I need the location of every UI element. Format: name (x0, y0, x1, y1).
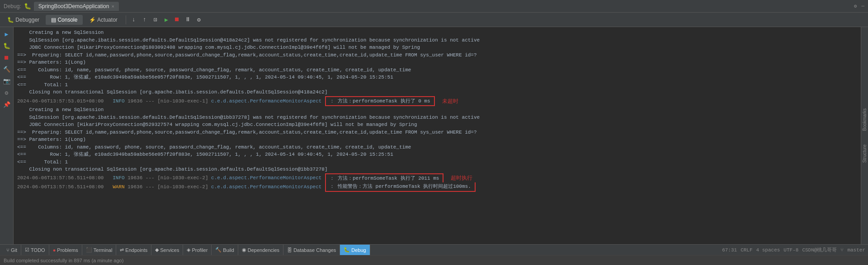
log-line: ==> Parameters: 1(Long) (17, 136, 857, 144)
endpoints-label: Endpoints (125, 247, 147, 253)
annotation-box-2a: ： 方法：performSomeTask 执行了 2011 ms (325, 173, 443, 183)
pause-btn[interactable]: ⏸ (183, 15, 193, 25)
git-label: Git (11, 247, 17, 253)
toolbar-separator (126, 15, 126, 24)
database-changes-label: Database Changes (293, 247, 336, 253)
console-icon: ▤ (51, 17, 56, 23)
sidebar-snapshot-icon[interactable]: 📷 (1, 76, 12, 87)
bookmarks-tab[interactable]: Bookmarks (862, 108, 867, 131)
collapse-icon[interactable]: — (861, 3, 864, 9)
endpoints-status-item[interactable]: ⇌ Endpoints (116, 245, 151, 255)
log-timestamp-2a: 2024-06-06T13:57:56.511+08:00 (17, 174, 104, 182)
log-line: <== Columns: id, name, password, phone, … (17, 66, 857, 74)
log-line: <== Row: 1, 张佑威, e10adc3949ba59abbe56e05… (17, 151, 857, 158)
app-tab[interactable]: SpringBoot3DemoApplication × (34, 2, 119, 11)
scroll-down-btn[interactable]: ↓ (129, 15, 139, 25)
annotation-label-1: 未超时 (442, 97, 458, 105)
build-status-item[interactable]: 🔨 Build (212, 245, 238, 255)
profiler-icon: ◈ (187, 247, 190, 253)
clear-btn[interactable]: ⊡ (151, 15, 160, 25)
sidebar-stop-icon[interactable]: ⏹ (1, 52, 12, 63)
log-line: SqlSession [org.apache.ibatis.session.de… (17, 114, 857, 121)
git-icon: ⑂ (6, 247, 9, 253)
log-line: JDBC Connection [HikariProxyConnection@5… (17, 121, 857, 129)
log-line: SqlSession [org.apache.ibatis.session.de… (17, 37, 857, 44)
user-label: CSDN@桃几哥哥 (802, 246, 837, 253)
tab-actuator[interactable]: ⚡ Actuator (84, 15, 123, 25)
log-class-2: c.e.d.aspect.PerformanceMonitorAspect (211, 174, 321, 182)
scroll-up-btn[interactable]: ↑ (140, 15, 150, 25)
sidebar-settings-icon[interactable]: ⚙ (1, 88, 12, 98)
debug-label: Debug: (4, 3, 21, 9)
log-pid-2b: 19636 --- [nio-1030-exec-2] (127, 183, 211, 191)
annotation-box-2b: ： 性能警告：方法 performSomeTask 执行时间超过100ms. (325, 182, 475, 192)
debug-tab-icon: 🐛 (344, 247, 350, 253)
log-line-annotated-1: 2024-06-06T13:57:53.015+08:00 INFO 19636… (17, 96, 857, 107)
log-line-annotated-2b: 2024-06-06T13:57:56.511+08:00 WARN 19636… (17, 182, 857, 192)
profiler-status-item[interactable]: ◈ Profiler (183, 245, 212, 255)
tab-close-icon[interactable]: × (111, 4, 114, 9)
sidebar-debug-icon[interactable]: 🐛 (1, 41, 12, 51)
sidebar-run-icon[interactable]: ▶ (1, 29, 12, 40)
log-container: Creating a new SqlSession SqlSession [or… (17, 29, 857, 192)
branch-icon: ⑂ (840, 247, 844, 253)
log-line: ==> Parameters: 1(Long) (17, 59, 857, 66)
log-timestamp-1: 2024-06-06T13:57:53.015+08:00 (17, 98, 104, 105)
left-sidebar: ▶ 🐛 ⏹ 🔨 📷 ⚙ 📌 (0, 27, 14, 244)
settings-icon[interactable]: ⚙ (854, 3, 857, 9)
toolbar: 🐛 Debugger ▤ Console ⚡ Actuator ↓ ↑ ⊡ ▶ … (0, 13, 868, 27)
actuator-icon: ⚡ (89, 17, 96, 23)
log-line: JDBC Connection [HikariProxyConnection@1… (17, 44, 857, 51)
log-timestamp-2b: 2024-06-06T13:57:56.511+08:00 (17, 183, 104, 191)
problems-label: Problems (57, 247, 78, 253)
main-layout: ▶ 🐛 ⏹ 🔨 📷 ⚙ 📌 Creating a new SqlSession … (0, 27, 868, 244)
log-line: <== Row: 1, 张佑威, e10adc3949ba59abbe56e05… (17, 74, 857, 81)
title-bar: Debug: 🐛 SpringBoot3DemoApplication × ⚙ … (0, 0, 868, 13)
git-status-item[interactable]: ⑂ Git (3, 245, 21, 255)
tab-debugger[interactable]: 🐛 Debugger (2, 15, 45, 25)
database-icon: 🗄 (287, 247, 292, 253)
services-status-item[interactable]: ◆ Services (151, 245, 183, 255)
sidebar-build-icon[interactable]: 🔨 (1, 64, 12, 75)
log-space (104, 183, 109, 191)
settings-toolbar-btn[interactable]: ⚙ (194, 15, 204, 25)
stop-btn[interactable]: ⏹ (172, 15, 182, 25)
app-name: SpringBoot3DemoApplication (38, 3, 109, 9)
branch-label: master (847, 247, 865, 253)
status-bar: ⑂ Git ☑ TODO ● Problems ⬛ Terminal ⇌ End… (0, 244, 868, 255)
log-space (104, 98, 109, 105)
line-col: 67:31 (722, 247, 737, 253)
log-line: Creating a new SqlSession (17, 106, 857, 114)
debug-status-item[interactable]: 🐛 Debug (340, 245, 370, 255)
log-line: ==> Preparing: SELECT id,name,password,p… (17, 51, 857, 59)
run-btn[interactable]: ▶ (161, 15, 171, 25)
sidebar-pin-icon[interactable]: 📌 (1, 99, 12, 110)
log-level-warn-2: WARN (110, 183, 128, 191)
console-area[interactable]: Creating a new SqlSession SqlSession [or… (14, 27, 861, 244)
log-line: <== Columns: id, name, password, phone, … (17, 144, 857, 151)
title-bar-left: Debug: 🐛 SpringBoot3DemoApplication × (4, 2, 119, 11)
title-bar-right: ⚙ — (854, 3, 864, 9)
log-pid-1: 19636 --- [nio-1030-exec-1] (127, 98, 211, 105)
annotation-box-1: ： 方法：performSomeTask 执行了 0 ms (325, 96, 434, 107)
terminal-icon: ⬛ (86, 247, 92, 253)
structure-tab[interactable]: Structure (862, 144, 867, 163)
build-status-text: Build completed successfully in 897 ms (… (4, 258, 123, 263)
profiler-label: Profiler (192, 247, 208, 253)
side-tabs: Bookmarks Structure (861, 27, 868, 244)
encoding-indicator: UTF-8 (783, 247, 798, 253)
status-right: 67:31 CRLF 4 spaces UTF-8 CSDN@桃几哥哥 ⑂ ma… (722, 246, 865, 253)
todo-status-item[interactable]: ☑ TODO (21, 245, 49, 255)
terminal-status-item[interactable]: ⬛ Terminal (82, 245, 117, 255)
dependencies-status-item[interactable]: ◉ Dependencies (238, 245, 283, 255)
bottom-build-bar: Build completed successfully in 897 ms (… (0, 255, 868, 265)
tab-console[interactable]: ▤ Console (46, 15, 83, 25)
problems-icon: ● (53, 247, 56, 253)
terminal-label: Terminal (94, 247, 113, 253)
todo-label: TODO (31, 247, 45, 253)
problems-status-item[interactable]: ● Problems (49, 245, 82, 255)
build-label: Build (223, 247, 234, 253)
database-changes-status-item[interactable]: 🗄 Database Changes (283, 245, 340, 255)
log-class-1: c.e.d.aspect.PerformanceMonitorAspect (211, 98, 321, 105)
spaces-indicator: 4 spaces (756, 247, 780, 253)
